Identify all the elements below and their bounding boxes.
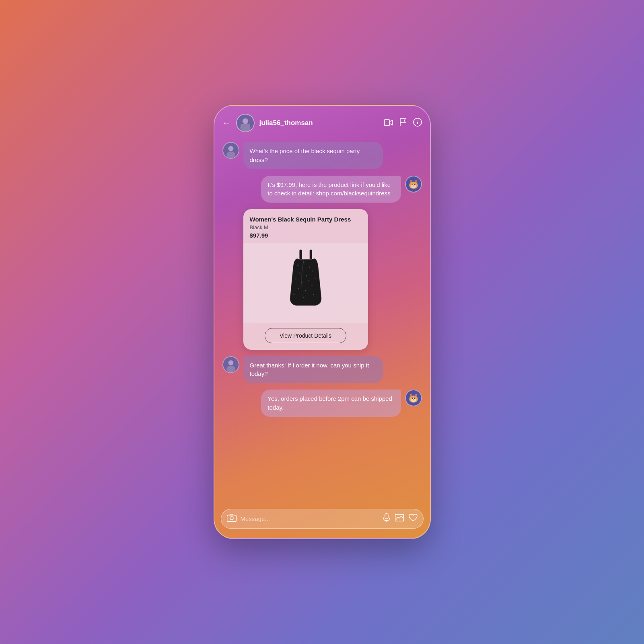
svg-point-22 — [413, 185, 414, 186]
svg-rect-23 — [299, 250, 302, 259]
svg-point-53 — [412, 398, 413, 398]
input-action-icons — [383, 513, 418, 524]
user-message-text: What's the price of the black sequin par… — [250, 148, 360, 163]
message-input-container[interactable]: Message... — [221, 509, 424, 529]
user-avatar-image-2 — [223, 356, 239, 373]
svg-text:i: i — [417, 120, 418, 125]
svg-point-36 — [305, 290, 306, 291]
svg-point-52 — [414, 398, 415, 399]
view-product-button-wrap: View Product Details — [243, 323, 368, 350]
message-input-placeholder[interactable]: Message... — [241, 515, 379, 522]
camera-icon[interactable] — [227, 514, 237, 524]
bot-avatar-2 — [405, 390, 422, 406]
user-message-bubble-2: Great thanks! If I order it now, can you… — [243, 356, 383, 384]
bot-avatar-image — [406, 176, 421, 193]
header-actions: i — [384, 118, 422, 129]
view-product-button[interactable]: View Product Details — [265, 328, 346, 343]
svg-point-37 — [311, 285, 313, 287]
svg-point-57 — [230, 517, 233, 520]
product-name: Women's Black Sequin Party Dress — [250, 215, 362, 224]
chart-icon[interactable] — [395, 514, 404, 523]
svg-point-38 — [293, 294, 294, 295]
input-bar: Message... — [214, 504, 430, 538]
svg-point-25 — [297, 265, 298, 266]
header-avatar — [236, 114, 255, 132]
info-icon[interactable]: i — [413, 118, 422, 129]
message-row: What's the price of the black sequin par… — [222, 142, 422, 169]
product-dress-image — [282, 248, 330, 318]
svg-point-28 — [299, 273, 300, 274]
product-price: $97.99 — [250, 232, 362, 239]
bot-avatar — [405, 176, 422, 193]
user-avatar — [222, 142, 239, 159]
bot-message-row-2: Yes, orders placed before 2pm can be shi… — [222, 390, 422, 417]
svg-point-20 — [412, 184, 413, 184]
product-info: Women's Black Sequin Party Dress Black M… — [243, 209, 368, 243]
svg-rect-5 — [384, 119, 389, 125]
chat-header: ← julia56_thomsan — [214, 106, 430, 138]
back-button[interactable]: ← — [222, 118, 231, 128]
svg-rect-4 — [241, 124, 250, 131]
svg-point-34 — [314, 277, 315, 279]
product-image-area — [243, 243, 368, 323]
bot-message-text: It's $97.99, here is the product link if… — [267, 181, 391, 197]
svg-point-10 — [226, 152, 235, 158]
svg-rect-24 — [309, 250, 312, 259]
bot-message-bubble: It's $97.99, here is the product link if… — [261, 176, 401, 203]
user-avatar-image — [223, 142, 239, 159]
user-message-row-2: Great thanks! If I order it now, can you… — [222, 356, 422, 384]
svg-point-35 — [298, 288, 299, 289]
bot-message-row: It's $97.99, here is the product link if… — [222, 176, 422, 203]
svg-point-3 — [243, 119, 248, 124]
user-avatar-2 — [222, 356, 239, 373]
svg-rect-58 — [385, 514, 388, 519]
svg-point-9 — [228, 146, 233, 151]
svg-rect-56 — [227, 515, 236, 521]
svg-point-40 — [313, 294, 314, 295]
mic-icon[interactable] — [383, 513, 390, 524]
svg-point-33 — [308, 280, 309, 281]
user-message-bubble: What's the price of the black sequin par… — [243, 142, 383, 169]
svg-point-21 — [414, 184, 415, 184]
svg-point-51 — [412, 398, 413, 399]
user-message-text-2: Great thanks! If I order it now, can you… — [250, 362, 369, 377]
svg-point-43 — [226, 365, 235, 372]
svg-point-29 — [306, 275, 307, 277]
svg-point-55 — [413, 400, 414, 400]
chat-username: julia56_thomsan — [259, 119, 379, 127]
svg-point-30 — [312, 271, 313, 272]
svg-point-54 — [414, 398, 415, 398]
bot-message-bubble-2: Yes, orders placed before 2pm can be shi… — [261, 390, 401, 417]
phone-frame: ← julia56_thomsan — [214, 105, 431, 539]
product-variant: Black M — [250, 224, 362, 230]
product-card: Women's Black Sequin Party Dress Black M… — [243, 209, 368, 350]
header-avatar-image — [237, 115, 254, 131]
messages-area: What's the price of the black sequin par… — [214, 138, 430, 504]
heart-icon[interactable] — [409, 514, 418, 524]
svg-point-39 — [303, 297, 304, 298]
svg-point-42 — [228, 360, 233, 365]
flag-icon[interactable] — [399, 118, 407, 128]
video-call-icon[interactable] — [384, 119, 393, 128]
bot-message-text-2: Yes, orders placed before 2pm can be shi… — [267, 395, 392, 411]
svg-point-27 — [309, 267, 310, 268]
svg-point-31 — [295, 278, 296, 279]
bot-avatar-image-2 — [406, 390, 421, 406]
